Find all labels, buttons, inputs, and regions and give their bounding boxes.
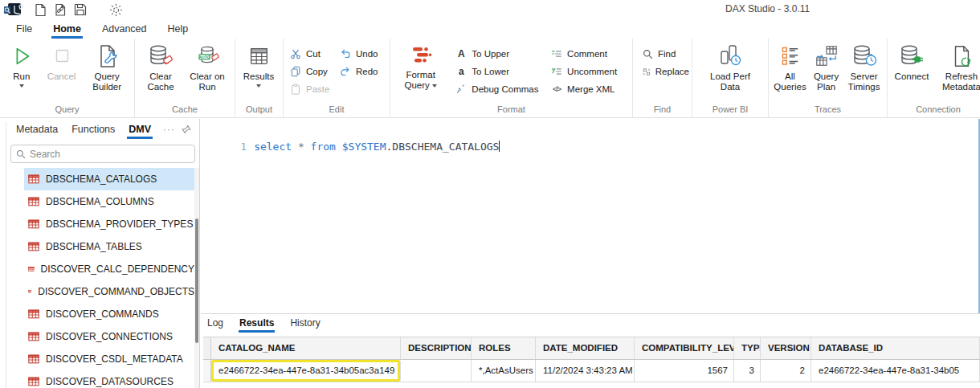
cell-compatibility-level[interactable]: 1567: [635, 360, 734, 382]
to-lower-icon: a: [455, 66, 467, 77]
save-icon[interactable]: [74, 3, 87, 16]
dmv-item-dbschema-catalogs[interactable]: DBSCHEMA_CATALOGS: [24, 168, 194, 190]
tab-dmv[interactable]: DMV: [129, 124, 151, 138]
dmv-item-dbschema-provider-types[interactable]: DBSCHEMA_PROVIDER_TYPES: [24, 213, 194, 235]
search-icon: [16, 149, 26, 159]
col-version[interactable]: VERSION: [761, 337, 811, 359]
to-upper-button[interactable]: A To Upper: [451, 45, 547, 63]
dmv-item-discover-connections[interactable]: DISCOVER_CONNECTIONS: [24, 325, 194, 348]
redo-button[interactable]: Redo: [336, 63, 386, 80]
theme-icon[interactable]: [109, 3, 123, 17]
uncomment-label: Uncomment: [567, 67, 617, 76]
search-input[interactable]: [30, 149, 190, 160]
col-database-id[interactable]: DATABASE_ID: [811, 337, 980, 359]
col-date-modified[interactable]: DATE_MODIFIED: [536, 337, 635, 359]
dmv-item-label: DISCOVER_DATASOURCES: [46, 376, 174, 387]
col-roles[interactable]: ROLES: [472, 337, 536, 359]
to-lower-button[interactable]: a To Lower: [451, 63, 547, 80]
cut-button[interactable]: Cut: [286, 45, 336, 63]
cell-type[interactable]: 3: [734, 360, 761, 382]
cell-description[interactable]: [401, 360, 472, 382]
more-options-icon[interactable]: ···: [163, 124, 175, 135]
col-description[interactable]: DESCRIPTION: [401, 337, 472, 359]
run-dropdown-caret-icon[interactable]: [19, 84, 24, 88]
refresh-metadata-icon: [949, 43, 974, 69]
sidebar-scrollbar-thumb[interactable]: [195, 219, 198, 343]
run-button[interactable]: Run: [2, 41, 41, 88]
dmv-table-icon: [28, 354, 39, 364]
cell-catalog-name-highlighted[interactable]: e2466722-34ea-447e-8a31-34b05ac3a149: [211, 360, 401, 382]
row-selector[interactable]: [203, 360, 211, 382]
replace-icon: [643, 67, 651, 77]
query-editor[interactable]: 1select * from $SYSTEM.DBSCHEMA_CATALOGS: [201, 119, 980, 313]
copy-button[interactable]: Copy: [286, 63, 336, 80]
server-timings-icon: [851, 43, 878, 69]
connect-button[interactable]: Connect: [890, 41, 933, 82]
dmv-item-dbschema-tables[interactable]: DBSCHEMA_TABLES: [24, 235, 194, 258]
tab-help[interactable]: Help: [168, 19, 189, 39]
refresh-metadata-button[interactable]: Refresh Metadata: [937, 41, 980, 92]
query-plan-icon: [815, 43, 839, 69]
clear-on-run-button[interactable]: AUTO Clear on Run: [184, 41, 231, 92]
replace-button[interactable]: Replace: [639, 63, 693, 80]
results-data-row[interactable]: e2466722-34ea-447e-8a31-34b05ac3a149 *,A…: [203, 360, 980, 382]
cell-database-id[interactable]: e2466722-34ea-447e-8a31-34b05: [811, 360, 980, 382]
sidebar-scrollbar[interactable]: [194, 168, 199, 388]
tab-functions[interactable]: Functions: [71, 124, 115, 138]
group-label-format: Format: [390, 104, 632, 117]
cell-version[interactable]: 2: [761, 360, 811, 382]
dmv-item-discover-command-objects[interactable]: DISCOVER_COMMAND_OBJECTS: [24, 280, 194, 303]
results-pane: Log Results History CATALOG_NAME DESCRIP…: [201, 313, 980, 388]
to-upper-icon: A: [455, 48, 467, 59]
all-queries-button[interactable]: All Queries: [771, 41, 809, 92]
dmv-item-discover-commands[interactable]: DISCOVER_COMMANDS: [24, 303, 194, 325]
dmv-item-discover-csdl-metadata[interactable]: DISCOVER_CSDL_METADATA: [24, 348, 194, 370]
tab-results[interactable]: Results: [239, 317, 274, 332]
dmv-item-discover-calc-dependency[interactable]: DISCOVER_CALC_DEPENDENCY: [24, 258, 194, 280]
col-compatibility-level[interactable]: COMPATIBILITY_LEVEL: [635, 337, 734, 359]
format-query-button[interactable]: Format Query: [396, 41, 445, 91]
dmv-table-icon: [28, 377, 39, 386]
tab-log[interactable]: Log: [207, 317, 223, 332]
cancel-label: Cancel: [47, 71, 76, 82]
find-button[interactable]: Find: [639, 45, 693, 63]
group-label-cache: Cache: [135, 104, 235, 117]
col-catalog-name[interactable]: CATALOG_NAME: [211, 337, 401, 359]
dmv-item-label: DISCOVER_CONNECTIONS: [46, 331, 173, 342]
server-timings-button[interactable]: Server Timings: [843, 41, 884, 92]
undo-button[interactable]: Undo: [336, 45, 386, 63]
format-query-label: Format Query: [396, 70, 445, 91]
comment-button[interactable]: Comment: [547, 45, 630, 63]
tab-history[interactable]: History: [290, 317, 320, 332]
debug-commas-button[interactable]: Debug Commas: [451, 80, 547, 98]
group-label-powerbi: Power BI: [692, 104, 768, 117]
cell-date-modified[interactable]: 11/2/2024 3:43:23 AM: [536, 360, 635, 382]
cell-roles[interactable]: *,ActAsUsers: [472, 360, 536, 382]
title-bar: DAX Studio - 3.0.11: [0, 0, 980, 19]
uncomment-button[interactable]: Uncomment: [547, 63, 630, 80]
query-builder-button[interactable]: Query Builder: [82, 41, 132, 92]
tab-file[interactable]: File: [16, 19, 32, 39]
pin-icon[interactable]: [182, 125, 191, 134]
results-output-button[interactable]: Results: [238, 41, 280, 88]
tab-advanced[interactable]: Advanced: [102, 19, 147, 39]
clear-on-run-icon: AUTO: [194, 43, 221, 69]
sidebar-search[interactable]: [10, 145, 195, 163]
debug-commas-label: Debug Commas: [472, 84, 538, 94]
load-perf-data-button[interactable]: Load Perf Data: [702, 41, 758, 92]
group-label-edit: Edit: [284, 104, 390, 117]
tab-home[interactable]: Home: [53, 19, 81, 39]
link-file-icon[interactable]: [54, 3, 67, 17]
query-plan-button[interactable]: Query Plan: [809, 41, 843, 92]
dmv-item-discover-datasources[interactable]: DISCOVER_DATASOURCES: [24, 370, 194, 388]
cancel-button: Cancel: [41, 41, 83, 82]
results-dropdown-caret-icon[interactable]: [256, 84, 261, 88]
merge-xml-button[interactable]: </> Merge XML: [547, 80, 630, 98]
col-type[interactable]: TYPE: [734, 337, 761, 359]
tab-metadata[interactable]: Metadata: [16, 124, 58, 138]
keyword-from: from: [311, 141, 342, 153]
new-file-icon[interactable]: [35, 3, 47, 17]
run-label: Run: [13, 71, 30, 82]
dmv-item-dbschema-columns[interactable]: DBSCHEMA_COLUMNS: [24, 190, 194, 213]
clear-cache-button[interactable]: Clear Cache: [137, 41, 184, 92]
